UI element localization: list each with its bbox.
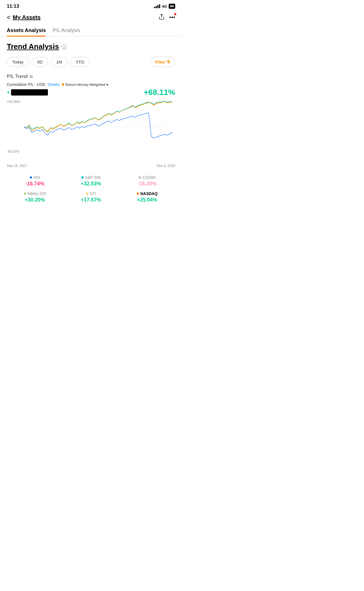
- hsi-label: HSI: [33, 175, 40, 180]
- nikkei-value: +30.20%: [25, 197, 45, 203]
- sp500-label: S&P 500: [85, 175, 101, 180]
- index-grid: HSI -16.74% S&P 500 +32.53% CSI300 -16.3…: [7, 172, 175, 210]
- redacted-amount: [11, 89, 48, 96]
- sti-dot-icon: [86, 192, 88, 195]
- y-axis-top: +83.95%: [7, 100, 20, 104]
- chart-dates: Sep 16, 2021 Nov 6, 2024: [7, 164, 175, 168]
- notification-dot: [174, 13, 176, 15]
- chart-label: Cumulative P/L · USD: [7, 82, 45, 87]
- nav-bar: < My Assets •••: [0, 11, 182, 25]
- filter-1m[interactable]: 1M: [51, 57, 67, 67]
- battery-indicator: 94: [169, 4, 175, 9]
- chart-header: Cumulative P/L · USD Details Return·Mone…: [7, 82, 175, 87]
- pl-trend-title: P/L Trend: [7, 74, 27, 79]
- nasdaq-value: +25.04%: [137, 197, 157, 203]
- value-left: +: [7, 89, 48, 96]
- copy-icon[interactable]: ⧉: [30, 74, 33, 79]
- nasdaq-dot-icon: [137, 192, 139, 195]
- time-filters: Today 5D 1M YTD Filter ⇅: [7, 57, 175, 67]
- filter-ytd[interactable]: YTD: [70, 57, 90, 67]
- chart-container: +83.95% -60.87%: [7, 100, 175, 162]
- info-icon[interactable]: i: [61, 44, 67, 50]
- csi300-label: CSI300: [142, 175, 156, 180]
- csi300-dot-icon: [139, 176, 141, 179]
- nasdaq-label: NASDAQ: [140, 191, 158, 196]
- nav-right: •••: [158, 14, 175, 21]
- sti-value: +17.57%: [81, 197, 101, 203]
- index-item-sti: STI +17.57%: [63, 191, 119, 203]
- nav-left: < My Assets: [7, 14, 41, 21]
- y-axis-bottom: -60.87%: [7, 150, 20, 154]
- network-label: 4G: [162, 4, 167, 9]
- details-link[interactable]: Details: [48, 82, 60, 87]
- nikkei-label: Nikkei 225: [27, 191, 46, 196]
- trend-chart: [24, 100, 175, 154]
- filter-5d[interactable]: 5D: [32, 57, 48, 67]
- status-time: 11:13: [7, 3, 19, 9]
- filter-button[interactable]: Filter ⇅: [150, 57, 175, 67]
- date-start: Sep 16, 2021: [7, 164, 27, 168]
- tab-assets-analysis[interactable]: Assets Analysis: [7, 25, 46, 36]
- tab-bar: Assets Analysis P/L Analysis: [0, 25, 182, 37]
- plus-sign: +: [7, 90, 10, 96]
- filter-today[interactable]: Today: [7, 57, 29, 67]
- return-label: Return·Money-Weighted ▾: [62, 82, 108, 87]
- status-right: 4G 94: [154, 4, 175, 9]
- trend-analysis-section: Trend Analysis i Today 5D 1M YTD Filter …: [0, 37, 182, 210]
- return-percentage: +68.11%: [144, 88, 175, 97]
- hsi-value: -16.74%: [25, 181, 44, 187]
- index-item-csi300: CSI300 -16.30%: [119, 175, 175, 187]
- nikkei-dot-icon: [24, 192, 26, 195]
- value-row: + +68.11%: [7, 88, 175, 97]
- pl-trend-header: P/L Trend ⧉: [7, 74, 175, 79]
- share-button[interactable]: [158, 14, 165, 21]
- date-end: Nov 6, 2024: [157, 164, 175, 168]
- hsi-dot-icon: [30, 176, 32, 179]
- index-item-nikkei: Nikkei 225 +30.20%: [7, 191, 63, 203]
- status-bar: 11:13 4G 94: [0, 0, 182, 11]
- index-item-nasdaq: NASDAQ +25.04%: [119, 191, 175, 203]
- orange-dot-icon: [62, 83, 64, 86]
- csi300-value: -16.30%: [137, 181, 156, 187]
- page-title: My Assets: [13, 14, 41, 21]
- sti-label: STI: [90, 191, 96, 196]
- index-item-sp500: S&P 500 +32.53%: [63, 175, 119, 187]
- section-title: Trend Analysis i: [7, 42, 175, 51]
- index-item-hsi: HSI -16.74%: [7, 175, 63, 187]
- signal-icon: [154, 4, 160, 8]
- sp500-dot-icon: [81, 176, 84, 179]
- back-button[interactable]: <: [7, 14, 10, 21]
- sp500-value: +32.53%: [81, 181, 101, 187]
- trend-analysis-heading: Trend Analysis: [7, 42, 59, 51]
- tab-pl-analysis[interactable]: P/L Analysis: [52, 25, 80, 36]
